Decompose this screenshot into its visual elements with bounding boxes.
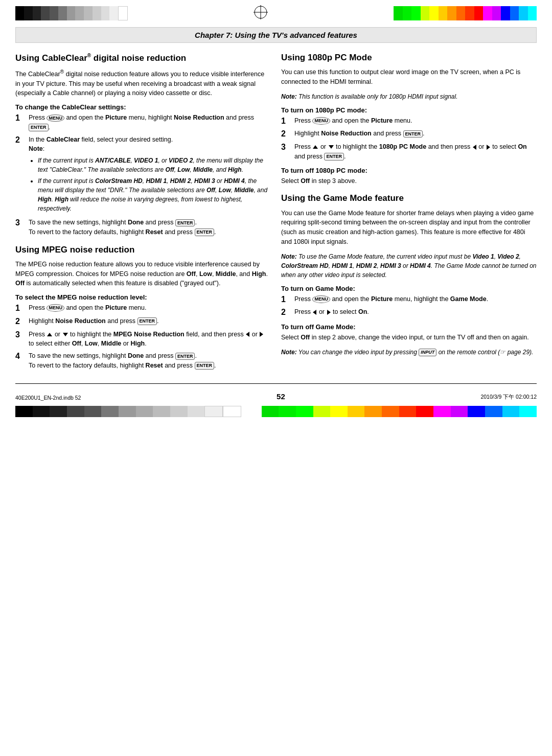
step-item: 3 To save the new settings, highlight Do… [15, 218, 271, 237]
step-content: In the CableClear field, select your des… [29, 135, 271, 216]
center-crosshair [252, 4, 269, 22]
cableclear-subsection-title: To change the CableClear settings: [15, 103, 271, 111]
step-content: Highlight Noise Reduction and press ENTE… [294, 129, 537, 139]
pc-mode-note: Note: This function is available only fo… [281, 92, 537, 101]
game-mode-off-body: Select Off in step 2 above, change the v… [281, 333, 537, 342]
color-swatches [394, 6, 537, 20]
step-number: 3 [15, 330, 27, 340]
left-column: Using CableClear® digital noise reductio… [15, 43, 271, 373]
arrow-down-icon [63, 333, 68, 336]
step-item: 1 Press MENU and open the Picture menu. [15, 303, 271, 314]
swatch [136, 406, 153, 417]
bw-color-swatches [15, 6, 128, 20]
menu-icon: MENU [312, 117, 330, 125]
step-item: 1 Press MENU and open the Picture menu, … [15, 113, 271, 132]
step-content: To save the new settings, highlight Done… [29, 351, 271, 371]
swatch-spacer [241, 406, 262, 417]
input-icon: INPUT [419, 349, 436, 356]
swatch [364, 406, 382, 417]
swatch [118, 6, 128, 20]
step-item: 2 Highlight Noise Reduction and press EN… [281, 129, 537, 140]
swatch [483, 6, 492, 20]
enter-icon: ENTER [137, 317, 157, 325]
step-item: 1 Press MENU and open the Picture menu. [281, 116, 537, 127]
step-number: 3 [15, 218, 27, 228]
swatch [67, 406, 84, 417]
swatch [204, 406, 223, 417]
swatch [399, 406, 417, 417]
list-item: If the current input is ANT/CABLE, VIDEO… [38, 156, 271, 174]
step-number: 1 [281, 294, 292, 305]
mpeg-title: Using MPEG noise reduction [15, 244, 271, 256]
arrow-left-icon [246, 332, 249, 337]
swatch [519, 6, 528, 20]
list-item: If the current input is ColorStream HD, … [38, 176, 271, 213]
step-content: Press or to highlight the 1080p PC Mode … [294, 142, 537, 162]
step-content: To save the new settings, highlight Done… [29, 218, 271, 237]
swatch [67, 6, 76, 20]
step-item: 2 In the CableClear field, select your d… [15, 135, 271, 216]
arrow-right-icon [327, 310, 331, 315]
enter-icon: ENTER [324, 153, 344, 161]
swatch [447, 6, 456, 20]
step-number: 1 [281, 116, 292, 127]
swatch [502, 406, 520, 417]
game-mode-note: Note: To use the Game Mode feature, the … [281, 252, 537, 280]
cableclear-title: Using CableClear® digital noise reductio… [15, 52, 271, 64]
swatch [519, 406, 537, 417]
swatch [41, 6, 50, 20]
arrow-left-icon [313, 310, 316, 315]
swatch [50, 6, 58, 20]
swatch [474, 6, 484, 20]
step-item: 3 Press or to highlight the 1080p PC Mod… [281, 142, 537, 162]
swatch [348, 406, 365, 417]
swatch [492, 6, 501, 20]
swatch [416, 406, 433, 417]
mpeg-subsection-title: To select the MPEG noise reduction level… [15, 293, 271, 301]
swatch [84, 6, 93, 20]
step-number: 2 [281, 129, 292, 140]
swatch [439, 6, 448, 20]
swatch [188, 406, 205, 417]
swatch [84, 406, 102, 417]
game-mode-on-steps: 1 Press MENU and open the Picture menu, … [281, 294, 537, 318]
bottom-color-bar [15, 406, 537, 417]
swatch [296, 406, 313, 417]
main-content: Using CableClear® digital noise reductio… [15, 43, 537, 373]
swatch [394, 6, 403, 20]
step-content: Highlight Noise Reduction and press ENTE… [29, 316, 271, 326]
step-number: 4 [15, 351, 27, 362]
step-number: 1 [15, 113, 27, 124]
arrow-right-icon [260, 332, 263, 337]
bottom-right-info: 2010/3/9 下午 02:00:12 [480, 394, 537, 401]
step-number: 2 [15, 316, 27, 327]
swatch [109, 6, 118, 20]
top-bar [0, 0, 552, 22]
pc-mode-on-steps: 1 Press MENU and open the Picture menu. … [281, 116, 537, 162]
swatch [485, 406, 502, 417]
pc-mode-off-body: Select Off in step 3 above. [281, 176, 537, 186]
swatch [421, 6, 430, 20]
swatch [468, 406, 485, 417]
step-content: Press or to select On. [294, 307, 537, 317]
swatch [153, 406, 170, 417]
swatch [501, 6, 510, 20]
swatch [330, 406, 348, 417]
enter-icon: ENTER [195, 228, 215, 236]
swatch [15, 406, 33, 417]
pc-mode-on-title: To turn on 1080p PC mode: [281, 106, 537, 114]
game-mode-note2: Note: You can change the video input by … [281, 348, 537, 357]
note-bullets: If the current input is ANT/CABLE, VIDEO… [29, 156, 271, 213]
menu-icon: MENU [312, 295, 330, 303]
step-number: 3 [281, 142, 292, 153]
bottom-divider [15, 383, 537, 384]
step-number: 1 [15, 303, 27, 314]
pc-mode-section: Using 1080p PC Mode You can use this fun… [281, 52, 537, 186]
step-item: 4 To save the new settings, highlight Do… [15, 351, 271, 371]
step-content: Press or to highlight the MPEG Noise Red… [29, 330, 271, 349]
swatch [403, 6, 412, 20]
pc-mode-body: You can use this function to output clea… [281, 67, 537, 87]
pc-mode-off-title: To turn off 1080p PC mode: [281, 167, 537, 174]
swatch [75, 6, 84, 20]
game-mode-title: Using the Game Mode feature [281, 193, 537, 204]
